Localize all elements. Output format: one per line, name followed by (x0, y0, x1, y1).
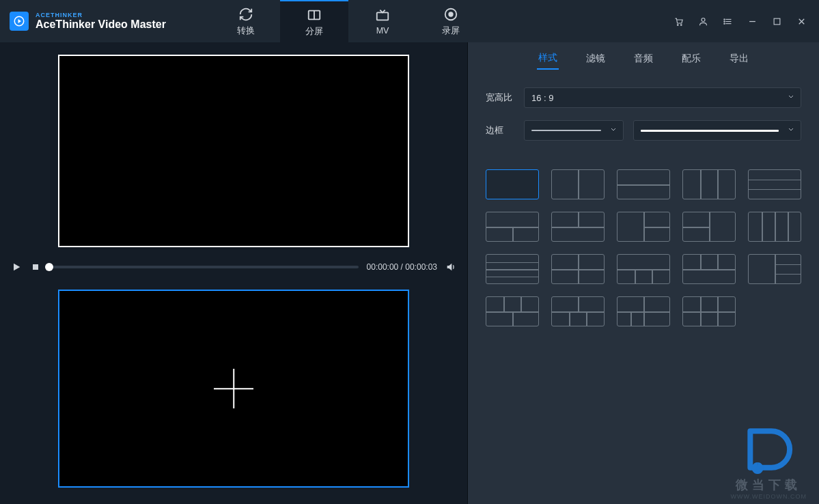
tab-music[interactable]: 配乐 (680, 48, 702, 69)
border-style-select[interactable] (524, 120, 624, 141)
user-icon[interactable] (697, 16, 708, 27)
main-tabs: 转换 分屏 MV 录屏 (212, 0, 485, 42)
cart-icon[interactable] (673, 16, 684, 27)
tab-record[interactable]: 录屏 (417, 0, 485, 42)
split-screen-icon (307, 7, 322, 23)
layout-top-2bottom[interactable] (486, 212, 539, 242)
layout-left-2right[interactable] (617, 212, 670, 242)
layout-left-3right[interactable] (748, 254, 801, 284)
chevron-down-icon (609, 126, 617, 136)
tv-icon (375, 7, 390, 23)
video-preview[interactable] (58, 55, 409, 247)
tab-convert[interactable]: 转换 (212, 0, 280, 42)
layout-2left-right[interactable] (682, 212, 736, 242)
aspect-value: 16 : 9 (531, 93, 554, 103)
svg-rect-19 (33, 264, 38, 270)
play-button[interactable] (11, 262, 22, 272)
svg-rect-16 (774, 18, 780, 25)
svg-point-12 (723, 18, 724, 19)
player-controls: 00:00:00 / 00:00:03 (0, 254, 467, 280)
tab-split[interactable]: 分屏 (280, 0, 348, 42)
title-bar: ACETHINKER AceThinker Video Master 转换 分屏… (0, 0, 819, 42)
layout-3col[interactable] (682, 169, 736, 199)
right-tabs: 样式 滤镜 音频 配乐 导出 (468, 42, 819, 75)
brand: ACETHINKER AceThinker Video Master (0, 12, 212, 31)
app-logo-icon (10, 12, 29, 31)
tab-export[interactable]: 导出 (728, 48, 750, 69)
layout-mix-a[interactable] (486, 296, 539, 326)
tab-mv-label: MV (376, 26, 389, 36)
record-icon (443, 6, 458, 23)
maximize-icon[interactable] (771, 16, 782, 27)
tab-mv[interactable]: MV (348, 0, 417, 42)
svg-point-6 (677, 24, 678, 25)
tab-style[interactable]: 样式 (537, 48, 559, 70)
layout-3top-bottom[interactable] (682, 254, 736, 284)
svg-point-5 (449, 12, 453, 16)
tab-split-label: 分屏 (305, 26, 323, 38)
watermark-url: WWW.WEIDOWN.COM (731, 493, 807, 500)
preview-panel: 00:00:00 / 00:00:03 (0, 42, 468, 504)
chevron-down-icon (787, 93, 795, 103)
layout-2col[interactable] (551, 169, 605, 199)
layout-mix-b[interactable] (551, 296, 605, 326)
layout-editor[interactable] (58, 290, 409, 488)
layout-2row[interactable] (617, 169, 670, 199)
window-controls (673, 16, 819, 27)
watermark-logo-icon (738, 422, 799, 477)
seek-slider[interactable] (49, 266, 359, 268)
layout-2top-bottom[interactable] (551, 212, 605, 242)
layout-3row[interactable] (748, 169, 801, 199)
layout-grid (468, 153, 819, 326)
svg-rect-3 (377, 12, 389, 20)
svg-point-13 (723, 20, 724, 21)
chevron-down-icon (787, 126, 795, 136)
tab-audio[interactable]: 音频 (633, 48, 654, 69)
layout-3x2[interactable] (682, 296, 736, 326)
tab-convert-label: 转换 (237, 25, 255, 37)
layout-1x1[interactable] (486, 169, 539, 199)
aspect-select[interactable]: 16 : 9 (524, 87, 801, 108)
layout-mix-c[interactable] (617, 296, 670, 326)
tab-filter[interactable]: 滤镜 (585, 48, 607, 69)
svg-point-8 (702, 18, 705, 21)
watermark-text: 微当下载 (731, 477, 807, 493)
border-color-select[interactable] (633, 120, 801, 141)
brand-small: ACETHINKER (36, 12, 166, 18)
svg-point-7 (680, 24, 682, 25)
tab-record-label: 录屏 (442, 25, 460, 37)
border-label: 边框 (486, 124, 516, 137)
aspect-label: 宽高比 (486, 92, 516, 104)
layout-top-3bottom[interactable] (617, 254, 670, 284)
svg-point-14 (723, 23, 724, 24)
layout-4row[interactable] (486, 254, 539, 284)
volume-icon[interactable] (445, 262, 456, 272)
minimize-icon[interactable] (747, 16, 758, 27)
layout-2x2[interactable] (551, 254, 605, 284)
time-display: 00:00:00 / 00:00:03 (367, 262, 437, 272)
brand-title: AceThinker Video Master (36, 18, 166, 31)
stop-button[interactable] (30, 262, 41, 272)
menu-list-icon[interactable] (722, 16, 733, 27)
seek-thumb[interactable] (45, 263, 53, 271)
add-media-icon[interactable] (214, 369, 253, 408)
watermark: 微当下载 WWW.WEIDOWN.COM (731, 422, 807, 500)
layout-4col[interactable] (748, 212, 801, 242)
properties-panel: 样式 滤镜 音频 配乐 导出 宽高比 16 : 9 边框 (468, 42, 819, 504)
close-icon[interactable] (796, 16, 807, 27)
refresh-icon (238, 6, 253, 23)
